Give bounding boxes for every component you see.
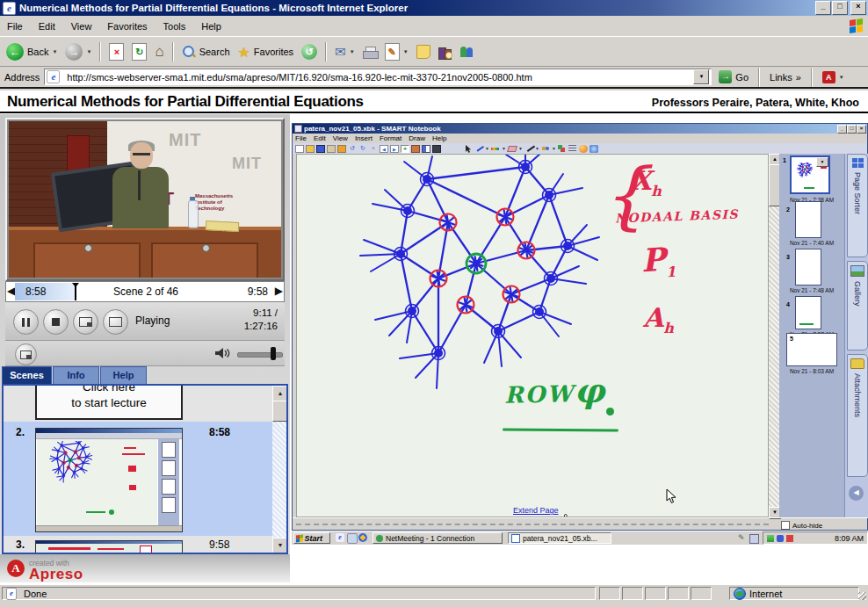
- scene-item-2[interactable]: 2.: [4, 422, 272, 536]
- menu-file[interactable]: File: [7, 21, 23, 32]
- tray-icon-shield[interactable]: [777, 535, 784, 542]
- auto-hide-control[interactable]: Auto-hide: [781, 521, 822, 530]
- maximize-button[interactable]: □: [832, 1, 848, 15]
- smart-menu-insert[interactable]: Insert: [355, 134, 373, 142]
- smart-maximize-button[interactable]: □: [847, 125, 857, 134]
- scrollbar-thumb[interactable]: [272, 401, 288, 422]
- discuss-button[interactable]: [414, 43, 433, 61]
- collapse-sidebar-icon[interactable]: ◀: [849, 486, 864, 501]
- smart-menu-file[interactable]: File: [295, 134, 307, 142]
- paste-icon[interactable]: [327, 145, 336, 153]
- screen-capture-icon[interactable]: [432, 145, 441, 153]
- smart-close-button[interactable]: ×: [857, 125, 866, 134]
- tray-icon-red[interactable]: [786, 535, 793, 542]
- open-icon[interactable]: [306, 145, 315, 153]
- tab-page-sorter[interactable]: Page Sorter: [847, 154, 868, 257]
- tray-pencil-icon[interactable]: ✎: [738, 533, 745, 542]
- color-ball-icon[interactable]: [579, 145, 588, 153]
- stop-playback-button[interactable]: [43, 309, 69, 335]
- scene-list-scrollbar[interactable]: ▲ ▼: [272, 386, 286, 553]
- pause-button[interactable]: [13, 309, 39, 335]
- menu-favorites[interactable]: Favorites: [107, 21, 147, 32]
- align-icon[interactable]: [568, 145, 577, 153]
- page-3-thumbnail[interactable]: [795, 249, 821, 285]
- screen-shade-icon[interactable]: [411, 145, 420, 153]
- shapes-tool-icon[interactable]: [541, 145, 550, 153]
- transparent-background-icon[interactable]: [422, 145, 430, 153]
- tab-info[interactable]: Info: [53, 366, 99, 384]
- acrobat-button[interactable]: A ▼: [820, 69, 847, 85]
- insert-blank-page-icon[interactable]: +: [401, 145, 409, 153]
- taskbar-netmeeting-button[interactable]: NetMeeting - 1 Connection: [373, 532, 503, 544]
- acrobat-dropdown-icon[interactable]: ▼: [839, 75, 844, 80]
- order-icon[interactable]: [558, 145, 567, 153]
- messenger-button[interactable]: [457, 44, 476, 60]
- pen-dropdown-icon[interactable]: ▼: [485, 146, 489, 151]
- redo-icon[interactable]: ↻: [358, 145, 367, 153]
- volume-slider-track[interactable]: [237, 352, 283, 358]
- tab-gallery[interactable]: Gallery: [847, 261, 868, 350]
- back-dropdown-icon[interactable]: ▼: [52, 49, 57, 54]
- forward-button[interactable]: → ▼: [62, 41, 94, 62]
- quick-launch-ie-icon[interactable]: e: [336, 533, 344, 542]
- smart-menu-draw[interactable]: Draw: [409, 134, 425, 142]
- tab-scenes[interactable]: Scenes: [2, 366, 52, 384]
- video-display[interactable]: MIT MIT MIT Massachusetts Institute of T…: [5, 118, 285, 281]
- extend-page-link[interactable]: Extend Page: [513, 506, 559, 515]
- refresh-button[interactable]: ↻: [129, 41, 149, 62]
- eraser-dropdown-icon[interactable]: ▼: [518, 146, 523, 151]
- whiteboard-scrollbar[interactable]: ▲ ▼: [769, 154, 779, 517]
- search-button[interactable]: Search: [179, 43, 233, 61]
- resize-grip[interactable]: [858, 592, 866, 600]
- creative-pen-icon[interactable]: [491, 145, 500, 153]
- shapes-dropdown-icon[interactable]: ▼: [552, 146, 556, 151]
- tab-attachments[interactable]: Attachments: [847, 354, 868, 477]
- scene-item-1[interactable]: Click here to start lecture: [4, 386, 272, 422]
- scroll-down-icon[interactable]: ▼: [272, 538, 288, 554]
- delete-icon[interactable]: ×: [369, 145, 378, 153]
- menu-tools[interactable]: Tools: [163, 21, 186, 32]
- start-button[interactable]: Start: [293, 532, 330, 544]
- properties-icon[interactable]: [590, 145, 598, 153]
- next-page-icon[interactable]: ▶: [390, 145, 399, 153]
- page-2-thumbnail[interactable]: [795, 201, 821, 238]
- tray-icon-green[interactable]: [767, 535, 774, 542]
- scene-3-thumbnail[interactable]: [35, 540, 183, 554]
- minimize-button[interactable]: _: [815, 1, 831, 15]
- undo-icon[interactable]: ↺: [348, 145, 357, 153]
- next-scene-icon[interactable]: ▶: [275, 285, 283, 297]
- menu-view[interactable]: View: [71, 21, 92, 32]
- home-button[interactable]: ⌂: [152, 41, 166, 62]
- volume-slider-knob[interactable]: [271, 347, 276, 360]
- tray-window-icon[interactable]: [749, 534, 759, 544]
- tab-help[interactable]: Help: [100, 366, 147, 384]
- mail-button[interactable]: ✉ ▼: [332, 42, 358, 61]
- research-button[interactable]: [436, 45, 454, 60]
- menu-help[interactable]: Help: [201, 21, 221, 32]
- taskbar-notebook-button[interactable]: patera_nov21_05.xb...: [508, 532, 611, 544]
- edit-dropdown-icon[interactable]: ▼: [403, 49, 409, 54]
- scene-item-3[interactable]: 3. 9:58: [4, 536, 272, 554]
- capture-key-icon[interactable]: [337, 145, 346, 153]
- pen-tool-icon[interactable]: [474, 145, 483, 153]
- line-dropdown-icon[interactable]: ▼: [535, 146, 539, 151]
- whiteboard-canvas[interactable]: { Xh NODAAL BASIS P1 Ah ROW φ Extend Pag…: [296, 154, 769, 517]
- links-button[interactable]: Links »: [767, 70, 804, 84]
- stop-button[interactable]: ×: [106, 41, 127, 62]
- previous-page-icon[interactable]: ◀: [380, 145, 388, 153]
- forward-dropdown-icon[interactable]: ▼: [86, 49, 91, 54]
- volume-icon[interactable]: [214, 347, 232, 363]
- smart-menu-view[interactable]: View: [333, 134, 348, 142]
- page-1-thumbnail[interactable]: ▼: [790, 155, 830, 194]
- address-input[interactable]: e http://smcs-webserver-sma1.mit.edu/sma…: [44, 69, 712, 85]
- mail-dropdown-icon[interactable]: ▼: [350, 49, 355, 54]
- favorites-button[interactable]: ★ Favorites: [235, 42, 297, 62]
- auto-hide-checkbox[interactable]: [781, 521, 790, 530]
- page-5-thumbnail[interactable]: 5: [786, 333, 837, 366]
- go-button[interactable]: → Go: [716, 69, 751, 85]
- quick-launch-media-icon[interactable]: [358, 533, 367, 542]
- page-4-thumbnail[interactable]: [795, 296, 821, 329]
- layout-toggle-button[interactable]: [73, 309, 98, 335]
- line-tool-icon[interactable]: [524, 145, 533, 153]
- smart-menu-help[interactable]: Help: [432, 134, 446, 142]
